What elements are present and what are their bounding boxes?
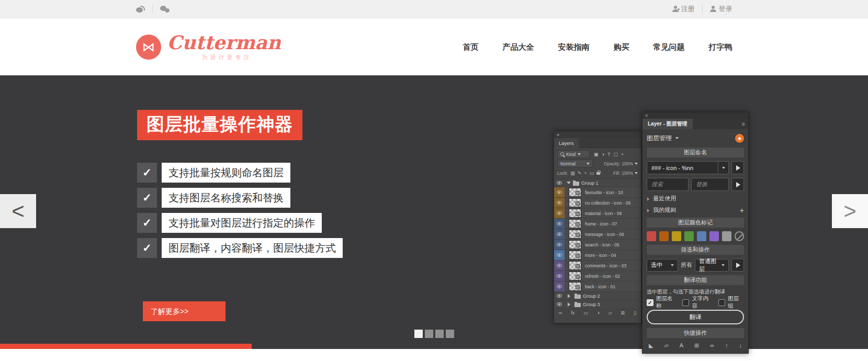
checkbox-checked-icon[interactable]: ✓ [647, 299, 653, 306]
section-filter-ops[interactable]: 筛选和操作 [647, 245, 744, 255]
register-link[interactable]: 注册 [672, 4, 695, 14]
layers-tab[interactable]: Layers [554, 138, 579, 148]
arrow-up-icon[interactable]: ↑ [725, 342, 728, 348]
layer-row[interactable]: comments - icon - 03 [554, 261, 641, 271]
link-icon[interactable]: ∞ [710, 342, 714, 348]
layer-row[interactable]: favourite - icon - 10 [554, 187, 641, 198]
swatch-yellow[interactable] [672, 231, 681, 241]
translate-button[interactable]: 翻译 [647, 310, 744, 324]
run-naming-button[interactable] [731, 161, 744, 174]
section-layer-naming[interactable]: 图层命名 [647, 148, 744, 157]
collapsed-chevron-icon[interactable] [568, 302, 572, 307]
search-input[interactable]: 搜索 [647, 178, 689, 191]
recent-rules-expander[interactable]: › 最近使用 [647, 195, 744, 202]
layer-row[interactable]: search - icon - 05 [554, 240, 641, 250]
folder-icon[interactable]: ▱ [664, 342, 668, 349]
section-color-marks[interactable]: 图层颜色标记 [647, 218, 744, 228]
visibility-eye-icon[interactable] [557, 264, 562, 267]
lock-paint-icon[interactable]: ✎ [578, 171, 582, 176]
layer-row[interactable]: home - icon - 07 [554, 219, 641, 229]
carousel-dot[interactable] [425, 330, 433, 338]
nav-item-products[interactable]: 产品大全 [503, 42, 534, 52]
pixel-filter-icon[interactable]: ▣ [594, 152, 599, 157]
plugin-mode-dropdown[interactable]: 图层管理 [647, 134, 679, 143]
wechat-icon[interactable] [160, 6, 170, 13]
section-translate[interactable]: 翻译功能 [647, 275, 744, 285]
opacity-value[interactable]: 100% [622, 161, 633, 166]
my-rules-expander[interactable]: › 我的规则 + [647, 206, 744, 214]
layer-row[interactable]: material - icon - 08 [554, 208, 641, 219]
nav-item-typingduck[interactable]: 打字鸭 [709, 42, 732, 52]
layer-row[interactable]: no collection - icon - 09 [554, 198, 641, 208]
swatch-purple[interactable] [709, 231, 719, 241]
link-layers-icon[interactable]: ∞ [559, 310, 562, 315]
fill-value[interactable]: 100% [622, 171, 633, 176]
shape-icon[interactable]: ◣ [649, 342, 653, 349]
swatch-none-icon[interactable] [735, 231, 744, 241]
section-quick-ops[interactable]: 快捷操作 [647, 328, 744, 338]
checkbox-unchecked-icon[interactable] [682, 299, 689, 306]
carousel-dot[interactable] [446, 330, 454, 338]
visibility-eye-icon[interactable] [557, 232, 562, 236]
grid-icon[interactable]: ⊞ [694, 342, 699, 349]
checkbox-text-content[interactable]: 文字内容 [682, 295, 713, 310]
swatch-green[interactable] [684, 231, 694, 241]
visibility-eye-icon[interactable] [557, 294, 562, 298]
lock-all-icon[interactable] [596, 172, 600, 175]
group-row[interactable]: Group 2 [554, 292, 641, 300]
visibility-eye-icon[interactable] [557, 222, 562, 225]
learn-more-button[interactable]: 了解更多>> [143, 301, 226, 321]
add-rule-icon[interactable]: + [740, 206, 744, 215]
text-icon[interactable]: A [680, 342, 683, 348]
visibility-eye-icon[interactable] [557, 285, 562, 288]
visibility-eye-icon[interactable] [557, 274, 562, 278]
visibility-eye-icon[interactable] [557, 181, 562, 185]
nav-item-buy[interactable]: 购买 [614, 42, 629, 52]
swatch-orange[interactable] [659, 231, 669, 241]
checkbox-unchecked-icon[interactable] [718, 299, 725, 306]
layer-row[interactable]: more - icon - 04 [554, 250, 641, 261]
blend-mode-dropdown[interactable]: Normal [557, 160, 593, 167]
nav-item-home[interactable]: 首页 [463, 42, 479, 52]
lock-transparent-icon[interactable]: ▨ [570, 171, 575, 176]
select-mode-dropdown[interactable]: 选中 [647, 259, 678, 272]
carousel-next-button[interactable]: > [832, 194, 868, 228]
lock-artboard-icon[interactable]: ▭ [590, 171, 594, 176]
visibility-eye-icon[interactable] [557, 253, 562, 257]
type-filter-icon[interactable]: T [607, 152, 611, 157]
close-icon[interactable]: × [557, 132, 559, 138]
adjustment-layer-icon[interactable]: ◑ [597, 310, 600, 315]
naming-rule-input[interactable]: ### - icon - %nn [647, 161, 729, 174]
visibility-eye-icon[interactable] [557, 211, 562, 215]
expand-chevron-icon[interactable] [567, 182, 571, 186]
layer-row[interactable]: message - icon - 06 [554, 229, 641, 240]
cutterman-badge-icon[interactable]: ◆ [735, 134, 744, 143]
layer-row[interactable]: refresh - icon - 02 [554, 271, 641, 281]
swatch-blue[interactable] [697, 231, 706, 241]
new-group-icon[interactable]: ▱ [608, 310, 612, 315]
plugin-tab[interactable]: Layer - 图层管理 [642, 119, 693, 129]
group-row[interactable]: Group 1 [554, 179, 641, 187]
visibility-eye-icon[interactable] [557, 190, 562, 194]
visibility-eye-icon[interactable] [557, 302, 562, 306]
layer-mask-icon[interactable]: ▭ [583, 310, 588, 315]
smart-filter-icon[interactable]: + [621, 152, 624, 157]
new-layer-icon[interactable]: ⊞ [621, 310, 625, 315]
lock-move-icon[interactable]: + [584, 171, 587, 176]
layer-effects-icon[interactable]: fx [571, 310, 574, 315]
checkbox-layer-name[interactable]: ✓ 图层名称 [647, 295, 678, 310]
run-replace-button[interactable] [731, 178, 744, 191]
carousel-dot[interactable] [414, 330, 423, 338]
cutterman-logo[interactable]: ⋈ Cutterman 为设计更专注 [136, 33, 281, 61]
close-icon[interactable]: × [645, 113, 648, 118]
collapsed-chevron-icon[interactable] [568, 294, 572, 298]
run-filter-button[interactable] [731, 258, 744, 272]
swatch-red[interactable] [647, 231, 656, 241]
adjustment-filter-icon[interactable]: ◑ [602, 152, 604, 157]
visibility-eye-icon[interactable] [557, 243, 562, 246]
carousel-dot[interactable] [435, 330, 444, 338]
layer-row[interactable]: back - icon - 01 [554, 281, 641, 292]
layer-type-dropdown[interactable]: 普通图层 [695, 259, 729, 272]
checkbox-layer-group[interactable]: 图层组 [718, 295, 744, 310]
replace-input[interactable]: 替换 [691, 178, 729, 191]
